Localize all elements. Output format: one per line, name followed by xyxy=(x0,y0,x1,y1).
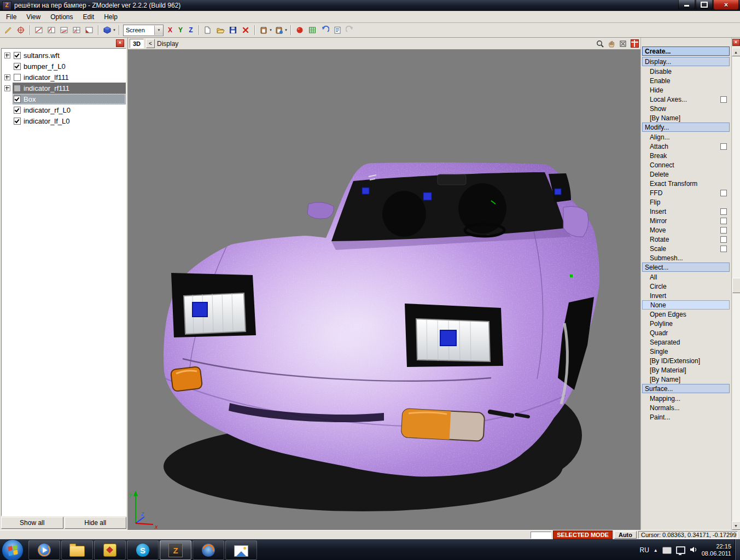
cmd-paint[interactable]: Paint... xyxy=(641,412,731,422)
object-mode-cube-icon[interactable] xyxy=(101,24,113,36)
tray-expand-icon[interactable]: ▲ xyxy=(654,548,658,553)
cmd-move[interactable]: Move xyxy=(641,225,731,235)
hide-all-button[interactable]: Hide all xyxy=(65,517,127,529)
cmd-modify-section[interactable]: Modify... xyxy=(642,122,730,132)
maximize-button[interactable] xyxy=(696,0,713,10)
cmd-rotate[interactable]: Rotate xyxy=(641,235,731,244)
cmd-select-invert[interactable]: Invert xyxy=(641,291,731,300)
cmd-create[interactable]: Create... xyxy=(642,46,730,56)
axis-z-toggle[interactable]: Z xyxy=(186,25,196,36)
edit-pencil-icon[interactable] xyxy=(2,24,14,36)
menu-help[interactable]: Help xyxy=(99,12,123,22)
visibility-checkbox[interactable] xyxy=(14,52,21,59)
zoom-extents-icon[interactable] xyxy=(618,39,627,48)
cmd-select-single[interactable]: Single xyxy=(641,347,731,356)
cmd-submesh[interactable]: Submesh... xyxy=(641,253,731,262)
cmd-move-checkbox[interactable] xyxy=(720,227,727,234)
cmd-select-polyline[interactable]: Polyline xyxy=(641,319,731,328)
view-split-horizontal-icon[interactable] xyxy=(58,24,70,36)
paste-special-icon[interactable] xyxy=(273,24,285,36)
cmd-select-all[interactable]: All xyxy=(641,272,731,282)
cmd-select-by-id[interactable]: [By ID/Extension] xyxy=(641,356,731,365)
visibility-checkbox[interactable] xyxy=(14,118,21,125)
cmd-select-open-edges[interactable]: Open Edges xyxy=(641,310,731,319)
grid-icon[interactable] xyxy=(306,24,318,36)
zoom-icon[interactable] xyxy=(595,39,604,48)
cmd-insert-checkbox[interactable] xyxy=(720,208,727,215)
display-tray-icon[interactable] xyxy=(676,546,685,554)
crosshair-icon[interactable] xyxy=(15,24,27,36)
cmd-select-separated[interactable]: Separated xyxy=(641,337,731,347)
cmd-display-by-name[interactable]: [By Name] xyxy=(641,113,731,122)
scrollbar-thumb[interactable] xyxy=(732,278,740,293)
menu-view[interactable]: View xyxy=(21,12,45,22)
cmd-ffd-checkbox[interactable] xyxy=(720,190,727,196)
taskbar-tool-button[interactable] xyxy=(94,540,126,560)
cmd-select-by-name[interactable]: [By Name] xyxy=(641,375,731,384)
cmd-hide[interactable]: Hide xyxy=(641,85,731,95)
commandbar-close-button[interactable]: × xyxy=(732,39,740,46)
close-button[interactable]: × xyxy=(713,0,739,10)
open-file-icon[interactable] xyxy=(214,24,226,36)
cmd-break[interactable]: Break xyxy=(641,151,731,160)
tree-item-indicator-lf-l0[interactable]: indicator_lf_L0 xyxy=(2,115,126,126)
axis-x-toggle[interactable]: X xyxy=(165,25,175,36)
tree-item-indicator-lf111[interactable]: indicator_lf111 xyxy=(2,72,126,83)
cmd-select-by-material[interactable]: [By Material] xyxy=(641,365,731,375)
auto-button[interactable]: Auto xyxy=(614,531,637,539)
cmd-local-axes-checkbox[interactable] xyxy=(720,96,727,103)
visibility-checkbox[interactable] xyxy=(14,107,21,114)
material-sphere-icon[interactable] xyxy=(294,24,306,36)
new-file-icon[interactable] xyxy=(202,24,214,36)
menu-file[interactable]: File xyxy=(1,12,21,22)
cmd-exact-transform[interactable]: Exact Transform xyxy=(641,179,731,188)
tree-item-indicator-rf-l0[interactable]: indicator_rf_L0 xyxy=(2,104,126,115)
taskbar-image-viewer-button[interactable] xyxy=(225,540,257,560)
tree-item-sultanrs[interactable]: sultanrs.wft xyxy=(2,50,126,61)
pan-hand-icon[interactable] xyxy=(607,39,616,48)
titlebar[interactable]: Z решётки на пер бампер - ZModeler ver 2… xyxy=(0,0,740,11)
cmd-local-axes[interactable]: Local Axes... xyxy=(641,95,731,104)
cmd-select-section[interactable]: Select... xyxy=(642,262,730,272)
delete-icon[interactable] xyxy=(240,24,252,36)
show-desktop-button[interactable] xyxy=(735,539,740,560)
panel-close-button[interactable]: × xyxy=(116,39,124,47)
menu-edit[interactable]: Edit xyxy=(78,12,100,22)
axis-y-toggle[interactable]: Y xyxy=(176,25,185,36)
cmd-attach-checkbox[interactable] xyxy=(720,143,727,150)
cmd-insert[interactable]: Insert xyxy=(641,207,731,216)
visibility-checkbox[interactable] xyxy=(14,85,21,92)
scroll-up-button[interactable]: ▲ xyxy=(732,48,740,56)
expand-icon[interactable] xyxy=(4,52,10,59)
cmd-align[interactable]: Align... xyxy=(641,132,731,142)
screen-mode-select[interactable]: Screen ▼ xyxy=(123,25,164,36)
tree-item-box[interactable]: Box xyxy=(2,94,126,104)
paste-special-dropdown-icon[interactable]: ▼ xyxy=(284,28,288,32)
viewport-back-button[interactable]: < xyxy=(146,39,155,48)
cmd-select-none[interactable]: None xyxy=(642,300,730,310)
cmd-mapping[interactable]: Mapping... xyxy=(641,394,731,403)
redo-icon[interactable] xyxy=(344,24,356,36)
object-mode-dropdown-icon[interactable]: ▼ xyxy=(113,28,116,32)
volume-icon[interactable] xyxy=(690,545,697,555)
language-indicator[interactable]: RU xyxy=(639,546,649,554)
cmd-enable[interactable]: Enable xyxy=(641,76,731,85)
scrollbar-track[interactable] xyxy=(732,56,740,521)
minimize-button[interactable] xyxy=(678,0,695,10)
taskbar-skype-button[interactable]: S xyxy=(127,540,159,560)
expand-icon[interactable] xyxy=(4,74,10,80)
viewport-canvas[interactable]: y z x xyxy=(128,50,640,530)
tree-item-bumper[interactable]: bumper_f_L0 xyxy=(2,61,126,72)
undo-icon[interactable] xyxy=(319,24,331,36)
view-corner-icon[interactable] xyxy=(83,24,95,36)
cmd-show[interactable]: Show xyxy=(641,104,731,113)
cmd-flip[interactable]: Flip xyxy=(641,197,731,207)
cmd-connect[interactable]: Connect xyxy=(641,160,731,170)
keyboard-tray-icon[interactable] xyxy=(662,547,672,554)
visibility-checkbox[interactable] xyxy=(14,96,21,103)
view-quad-icon[interactable] xyxy=(71,24,83,36)
screen-mode-dropdown-icon[interactable]: ▼ xyxy=(154,26,163,35)
log-icon[interactable] xyxy=(331,24,343,36)
view-single-icon[interactable] xyxy=(33,24,45,36)
cmd-attach[interactable]: Attach xyxy=(641,142,731,151)
